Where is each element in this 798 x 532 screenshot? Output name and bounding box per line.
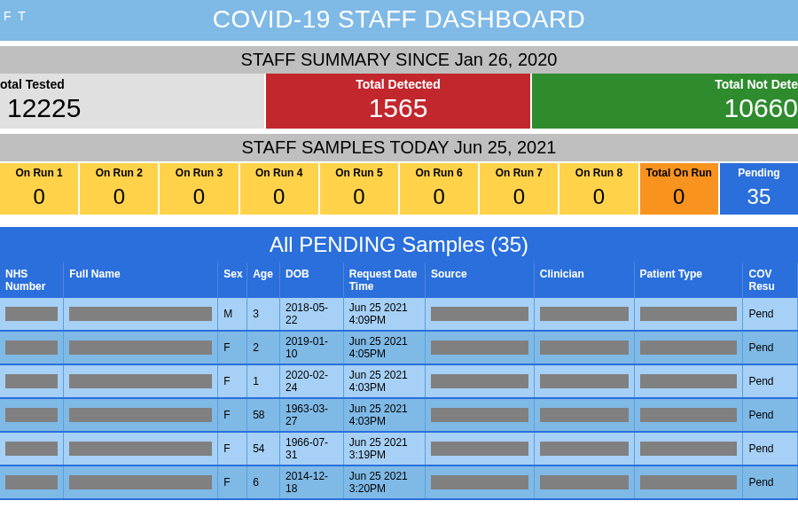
- table-cell: F: [218, 364, 247, 398]
- table-cell: [0, 432, 64, 466]
- run-tile-2: On Run 20: [80, 163, 160, 215]
- pending-table-header-row: NHS NumberFull NameSexAgeDOBRequest Date…: [0, 262, 798, 298]
- run-total-label: Total On Run: [642, 167, 716, 179]
- redacted-value: [640, 374, 738, 388]
- summary-tested-label: otal Tested: [0, 77, 264, 91]
- table-cell: [534, 398, 634, 432]
- table-cell: [634, 298, 743, 331]
- column-header[interactable]: COV Resu: [743, 262, 798, 298]
- redacted-value: [431, 475, 528, 489]
- run-tile-label: On Run 6: [402, 167, 476, 179]
- table-cell: [534, 331, 634, 364]
- table-cell: [634, 331, 743, 364]
- redacted-value: [431, 408, 528, 422]
- redacted-value: [69, 374, 212, 388]
- run-tile-total: Total On Run0: [640, 163, 720, 215]
- run-tile-6: On Run 60: [400, 163, 480, 215]
- redacted-value: [69, 475, 212, 489]
- table-cell: Jun 25 2021 4:05PM: [343, 331, 425, 364]
- table-row[interactable]: F541966-07-31Jun 25 2021 3:19PMPend: [0, 432, 798, 466]
- redacted-value: [431, 307, 528, 321]
- redacted-value: [5, 408, 58, 422]
- table-cell: 58: [247, 398, 280, 432]
- table-cell: 2: [247, 331, 280, 364]
- run-tile-label: On Run 4: [242, 167, 317, 179]
- run-tile-value: 0: [561, 184, 636, 209]
- table-cell: [534, 466, 634, 499]
- redacted-value: [431, 340, 528, 355]
- run-tile-value: 0: [242, 184, 317, 209]
- table-row[interactable]: F62014-12-18Jun 25 2021 3:20PMPend: [0, 466, 798, 499]
- table-cell: [0, 398, 64, 432]
- table-cell: [534, 432, 634, 466]
- table-cell: Pend: [743, 466, 798, 499]
- table-cell: [0, 466, 64, 499]
- pending-section-title: All PENDING Samples (35): [0, 227, 798, 262]
- run-tile-label: On Run 7: [481, 167, 556, 179]
- table-cell: [0, 298, 64, 331]
- table-row[interactable]: F581963-03-27Jun 25 2021 4:03PMPend: [0, 398, 798, 432]
- table-cell: 3: [247, 298, 280, 331]
- table-cell: 2019-01-10: [280, 331, 344, 364]
- redacted-value: [540, 307, 629, 321]
- redacted-value: [69, 340, 212, 355]
- column-header[interactable]: Request Date Time: [343, 262, 425, 298]
- run-tile-label: On Run 8: [561, 167, 636, 179]
- table-cell: 6: [247, 466, 280, 499]
- table-cell: [634, 364, 743, 398]
- redacted-value: [640, 340, 738, 355]
- dashboard-title: COVID-19 STAFF DASHBOARD: [213, 5, 586, 33]
- redacted-value: [540, 340, 629, 355]
- table-row[interactable]: F12020-02-24Jun 25 2021 4:03PMPend: [0, 364, 798, 398]
- redacted-value: [431, 374, 528, 388]
- run-pending-label: Pending: [722, 167, 796, 179]
- table-cell: [64, 466, 218, 499]
- run-tile-value: 0: [2, 184, 76, 209]
- run-tile-value: 0: [481, 184, 556, 209]
- column-header[interactable]: DOB: [280, 262, 344, 298]
- table-cell: 1966-07-31: [280, 432, 344, 466]
- summary-notdetected-label: Total Not Dete: [532, 77, 798, 91]
- run-tile-5: On Run 50: [320, 163, 400, 215]
- column-header[interactable]: Full Name: [64, 262, 218, 298]
- summary-notdetected-value: 10660: [532, 93, 798, 123]
- redacted-value: [540, 408, 629, 422]
- table-cell: Jun 25 2021 4:03PM: [343, 398, 425, 432]
- summary-detected-label: Total Detected: [266, 77, 530, 91]
- summary-detected-value: 1565: [266, 93, 530, 123]
- column-header[interactable]: NHS Number: [0, 262, 64, 298]
- table-cell: [634, 466, 743, 499]
- table-cell: [425, 298, 534, 331]
- run-total-value: 0: [642, 184, 716, 209]
- table-cell: [634, 398, 743, 432]
- pending-table-body: M32018-05-22Jun 25 2021 4:09PMPendF22019…: [0, 298, 798, 499]
- column-header[interactable]: Source: [425, 262, 534, 298]
- redacted-value: [431, 442, 528, 456]
- table-row[interactable]: F22019-01-10Jun 25 2021 4:05PMPend: [0, 331, 798, 364]
- table-cell: F: [218, 432, 247, 466]
- table-cell: [64, 298, 218, 331]
- table-cell: Pend: [743, 364, 798, 398]
- table-cell: [64, 398, 218, 432]
- redacted-value: [5, 442, 58, 456]
- table-cell: [534, 298, 634, 331]
- column-header[interactable]: Patient Type: [634, 262, 743, 298]
- table-cell: [634, 432, 743, 466]
- table-cell: [64, 432, 218, 466]
- table-cell: [425, 466, 534, 499]
- redacted-value: [5, 307, 58, 321]
- redacted-value: [69, 408, 212, 422]
- table-cell: [425, 364, 534, 398]
- run-tile-pending: Pending35: [720, 163, 798, 215]
- column-header[interactable]: Age: [247, 262, 280, 298]
- column-header[interactable]: Clinician: [534, 262, 634, 298]
- table-cell: [0, 331, 64, 364]
- table-cell: Jun 25 2021 4:09PM: [343, 298, 425, 331]
- summary-section-title: STAFF SUMMARY SINCE Jan 26, 2020: [0, 46, 798, 74]
- table-cell: [425, 398, 534, 432]
- table-row[interactable]: M32018-05-22Jun 25 2021 4:09PMPend: [0, 298, 798, 331]
- column-header[interactable]: Sex: [218, 262, 247, 298]
- redacted-value: [69, 307, 212, 321]
- summary-tested-value: 12225: [0, 93, 264, 123]
- run-tile-value: 0: [82, 184, 156, 209]
